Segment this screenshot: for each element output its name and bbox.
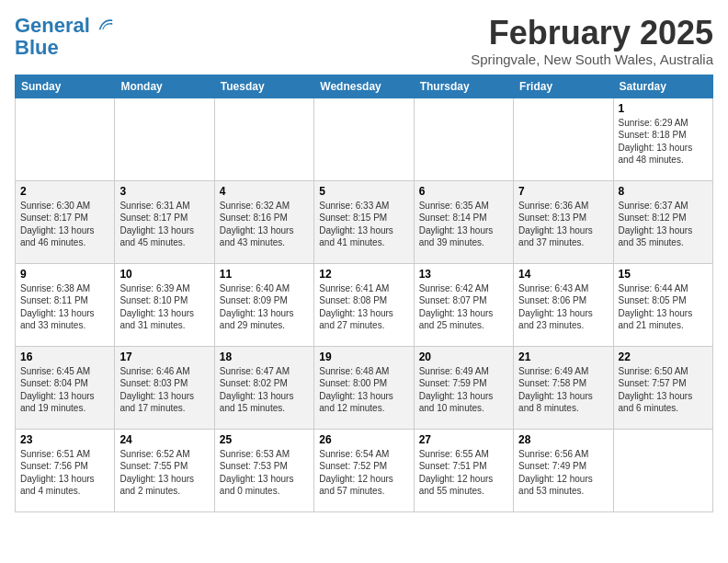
calendar-cell: 14Sunrise: 6:43 AM Sunset: 8:06 PM Dayli… <box>514 263 613 346</box>
calendar-cell: 3Sunrise: 6:31 AM Sunset: 8:17 PM Daylig… <box>115 180 214 263</box>
day-info: Sunrise: 6:52 AM Sunset: 7:55 PM Dayligh… <box>119 448 209 498</box>
day-info: Sunrise: 6:35 AM Sunset: 8:14 PM Dayligh… <box>419 200 508 249</box>
day-header-sunday: Sunday <box>16 75 115 98</box>
day-header-wednesday: Wednesday <box>314 75 414 98</box>
calendar-cell: 7Sunrise: 6:36 AM Sunset: 8:13 PM Daylig… <box>514 180 613 263</box>
day-number: 27 <box>419 433 508 446</box>
day-number: 25 <box>220 433 309 446</box>
day-number: 15 <box>619 268 708 281</box>
day-info: Sunrise: 6:39 AM Sunset: 8:10 PM Dayligh… <box>119 282 209 332</box>
calendar-cell: 26Sunrise: 6:54 AM Sunset: 7:52 PM Dayli… <box>314 429 414 511</box>
day-number: 2 <box>20 185 109 198</box>
day-info: Sunrise: 6:49 AM Sunset: 7:59 PM Dayligh… <box>419 365 508 415</box>
logo-icon <box>97 16 114 32</box>
day-info: Sunrise: 6:45 AM Sunset: 8:04 PM Dayligh… <box>20 365 109 415</box>
day-number: 24 <box>119 433 209 446</box>
week-row: 16Sunrise: 6:45 AM Sunset: 8:04 PM Dayli… <box>16 346 713 429</box>
calendar-cell: 1Sunrise: 6:29 AM Sunset: 8:18 PM Daylig… <box>613 98 712 180</box>
calendar-cell: 23Sunrise: 6:51 AM Sunset: 7:56 PM Dayli… <box>16 429 115 511</box>
calendar-cell <box>214 98 313 180</box>
day-header-saturday: Saturday <box>613 75 712 98</box>
week-row: 9Sunrise: 6:38 AM Sunset: 8:11 PM Daylig… <box>16 263 713 346</box>
day-info: Sunrise: 6:31 AM Sunset: 8:17 PM Dayligh… <box>119 200 209 249</box>
day-info: Sunrise: 6:33 AM Sunset: 8:15 PM Dayligh… <box>319 200 408 249</box>
day-info: Sunrise: 6:30 AM Sunset: 8:17 PM Dayligh… <box>20 200 109 249</box>
calendar-cell: 4Sunrise: 6:32 AM Sunset: 8:16 PM Daylig… <box>214 180 313 263</box>
day-info: Sunrise: 6:56 AM Sunset: 7:49 PM Dayligh… <box>518 448 608 498</box>
calendar-cell: 2Sunrise: 6:30 AM Sunset: 8:17 PM Daylig… <box>16 180 115 263</box>
day-number: 22 <box>619 350 708 363</box>
calendar-cell: 12Sunrise: 6:41 AM Sunset: 8:08 PM Dayli… <box>314 263 414 346</box>
day-number: 16 <box>20 350 109 363</box>
day-info: Sunrise: 6:55 AM Sunset: 7:51 PM Dayligh… <box>419 448 508 498</box>
day-info: Sunrise: 6:54 AM Sunset: 7:52 PM Dayligh… <box>319 448 408 498</box>
calendar-cell: 20Sunrise: 6:49 AM Sunset: 7:59 PM Dayli… <box>414 346 513 429</box>
title-block: February 2025 Springvale, New South Wale… <box>471 15 713 67</box>
week-row: 23Sunrise: 6:51 AM Sunset: 7:56 PM Dayli… <box>16 429 713 511</box>
day-number: 23 <box>20 433 109 446</box>
day-number: 8 <box>619 185 708 198</box>
day-number: 10 <box>119 268 209 281</box>
day-number: 28 <box>518 433 608 446</box>
day-number: 12 <box>319 268 408 281</box>
day-number: 21 <box>518 350 608 363</box>
calendar-cell <box>16 98 115 180</box>
calendar-cell: 24Sunrise: 6:52 AM Sunset: 7:55 PM Dayli… <box>115 429 214 511</box>
calendar-cell: 16Sunrise: 6:45 AM Sunset: 8:04 PM Dayli… <box>16 346 115 429</box>
day-info: Sunrise: 6:44 AM Sunset: 8:05 PM Dayligh… <box>619 282 708 332</box>
day-header-friday: Friday <box>514 75 613 98</box>
calendar-cell <box>314 98 414 180</box>
page-header: General Blue February 2025 Springvale, N… <box>15 15 713 67</box>
day-info: Sunrise: 6:46 AM Sunset: 8:03 PM Dayligh… <box>119 365 209 415</box>
day-info: Sunrise: 6:49 AM Sunset: 7:58 PM Dayligh… <box>518 365 608 415</box>
day-number: 19 <box>319 350 408 363</box>
day-info: Sunrise: 6:38 AM Sunset: 8:11 PM Dayligh… <box>20 282 109 332</box>
calendar-cell: 25Sunrise: 6:53 AM Sunset: 7:53 PM Dayli… <box>214 429 313 511</box>
day-info: Sunrise: 6:41 AM Sunset: 8:08 PM Dayligh… <box>319 282 408 332</box>
calendar-table: SundayMondayTuesdayWednesdayThursdayFrid… <box>15 75 713 512</box>
calendar-cell <box>115 98 214 180</box>
day-number: 11 <box>220 268 309 281</box>
day-number: 17 <box>119 350 209 363</box>
day-number: 9 <box>20 268 109 281</box>
day-header-tuesday: Tuesday <box>214 75 313 98</box>
days-header-row: SundayMondayTuesdayWednesdayThursdayFrid… <box>16 75 713 98</box>
logo-line1: General <box>15 14 90 37</box>
calendar-cell: 19Sunrise: 6:48 AM Sunset: 8:00 PM Dayli… <box>314 346 414 429</box>
day-info: Sunrise: 6:40 AM Sunset: 8:09 PM Dayligh… <box>220 282 309 332</box>
calendar-cell: 17Sunrise: 6:46 AM Sunset: 8:03 PM Dayli… <box>115 346 214 429</box>
day-number: 14 <box>518 268 608 281</box>
day-number: 3 <box>119 185 209 198</box>
day-info: Sunrise: 6:32 AM Sunset: 8:16 PM Dayligh… <box>220 200 309 249</box>
logo: General Blue <box>15 15 114 59</box>
calendar-cell: 5Sunrise: 6:33 AM Sunset: 8:15 PM Daylig… <box>314 180 414 263</box>
calendar-cell: 9Sunrise: 6:38 AM Sunset: 8:11 PM Daylig… <box>16 263 115 346</box>
day-number: 7 <box>518 185 608 198</box>
week-row: 1Sunrise: 6:29 AM Sunset: 8:18 PM Daylig… <box>16 98 713 180</box>
calendar-cell <box>613 429 712 511</box>
calendar-cell: 13Sunrise: 6:42 AM Sunset: 8:07 PM Dayli… <box>414 263 513 346</box>
day-info: Sunrise: 6:48 AM Sunset: 8:00 PM Dayligh… <box>319 365 408 415</box>
week-row: 2Sunrise: 6:30 AM Sunset: 8:17 PM Daylig… <box>16 180 713 263</box>
day-info: Sunrise: 6:53 AM Sunset: 7:53 PM Dayligh… <box>220 448 309 498</box>
logo-line2: Blue <box>15 36 59 59</box>
day-info: Sunrise: 6:51 AM Sunset: 7:56 PM Dayligh… <box>20 448 109 498</box>
day-info: Sunrise: 6:29 AM Sunset: 8:18 PM Dayligh… <box>619 117 708 167</box>
calendar-cell: 8Sunrise: 6:37 AM Sunset: 8:12 PM Daylig… <box>613 180 712 263</box>
calendar-cell: 21Sunrise: 6:49 AM Sunset: 7:58 PM Dayli… <box>514 346 613 429</box>
calendar-cell: 11Sunrise: 6:40 AM Sunset: 8:09 PM Dayli… <box>214 263 313 346</box>
calendar-cell: 15Sunrise: 6:44 AM Sunset: 8:05 PM Dayli… <box>613 263 712 346</box>
calendar-cell: 6Sunrise: 6:35 AM Sunset: 8:14 PM Daylig… <box>414 180 513 263</box>
location-subtitle: Springvale, New South Wales, Australia <box>471 52 713 67</box>
day-header-thursday: Thursday <box>414 75 513 98</box>
calendar-cell: 27Sunrise: 6:55 AM Sunset: 7:51 PM Dayli… <box>414 429 513 511</box>
day-number: 4 <box>220 185 309 198</box>
day-number: 6 <box>419 185 508 198</box>
day-number: 20 <box>419 350 508 363</box>
day-number: 5 <box>319 185 408 198</box>
day-header-monday: Monday <box>115 75 214 98</box>
day-info: Sunrise: 6:47 AM Sunset: 8:02 PM Dayligh… <box>220 365 309 415</box>
calendar-cell <box>414 98 513 180</box>
day-number: 13 <box>419 268 508 281</box>
day-number: 1 <box>619 102 708 115</box>
